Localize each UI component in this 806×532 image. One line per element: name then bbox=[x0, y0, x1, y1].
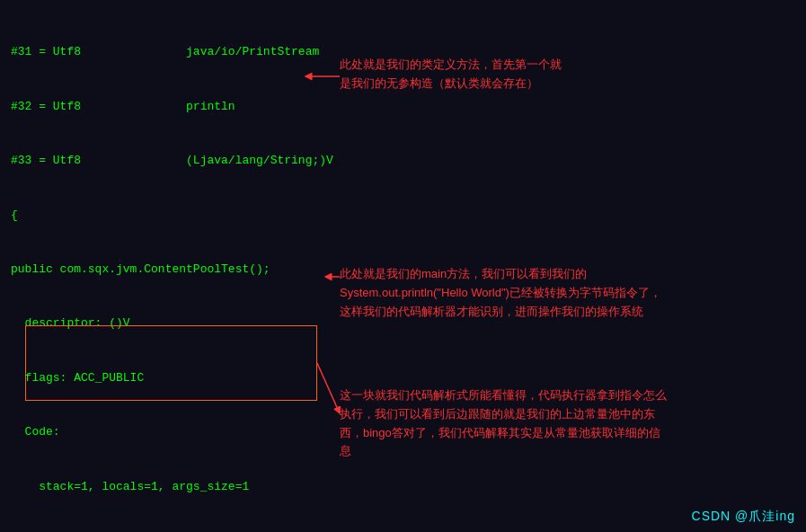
code-line-9: stack=1, locals=1, args_size=1 bbox=[11, 478, 795, 496]
annotation-main: 此处就是我们的main方法，我们可以看到我们的System.out.printl… bbox=[340, 265, 789, 321]
watermark: CSDN @爪洼ing bbox=[692, 509, 795, 525]
code-line-3: #33 = Utf8 (Ljava/lang/String;)V bbox=[11, 152, 795, 170]
annotation-constructor: 此处就是我们的类定义方法，首先第一个就是我们的无参构造（默认类就会存在） bbox=[340, 56, 596, 93]
code-line-2: #32 = Utf8 println bbox=[11, 98, 795, 116]
annotation-bytecode: 这一块就我们代码解析式所能看懂得，代码执行器拿到指令怎么执行，我们可以看到后边跟… bbox=[340, 386, 789, 461]
code-line-4: { bbox=[11, 207, 795, 225]
code-line-7: flags: ACC_PUBLIC bbox=[11, 369, 795, 387]
main-container: #31 = Utf8 java/io/PrintStream #32 = Utf… bbox=[0, 0, 806, 532]
